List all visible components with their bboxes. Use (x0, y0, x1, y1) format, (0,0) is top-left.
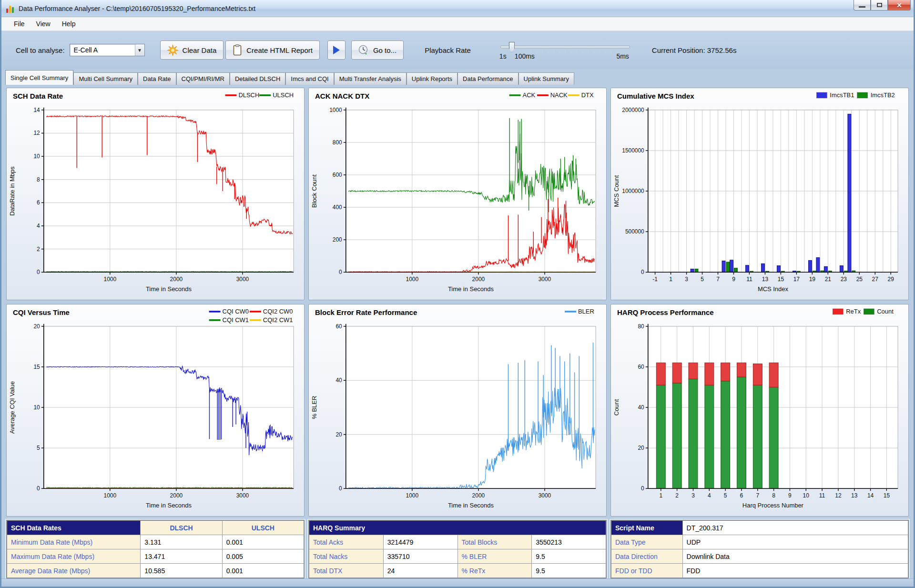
play-button[interactable] (327, 41, 346, 60)
tab-data-performance[interactable]: Data Performance (458, 72, 518, 85)
playback-rate-slider[interactable]: 1s 100ms 5ms (500, 39, 630, 61)
svg-text:NACK: NACK (550, 91, 568, 99)
sch-data-rates-table: SCH Data Rates DLSCH ULSCH Minimum Data … (6, 520, 305, 578)
svg-text:500000: 500000 (625, 228, 644, 235)
tab-multi-transfer-analysis[interactable]: Multi Transfer Analysis (334, 72, 407, 85)
block-error-rate-chart: 0204060100020003000Time in Seconds% BLER… (309, 304, 606, 516)
svg-text:ImcsTB1: ImcsTB1 (830, 91, 854, 99)
svg-text:40: 40 (336, 377, 342, 384)
svg-text:Time in Seconds: Time in Seconds (448, 502, 494, 509)
svg-text:2000: 2000 (472, 276, 485, 283)
svg-text:1000: 1000 (406, 492, 419, 499)
svg-text:14: 14 (867, 492, 874, 499)
cqi-versus-time-chart: 05101520100020003000Time in SecondsAvera… (7, 304, 304, 516)
maximize-button[interactable] (871, 0, 888, 10)
svg-text:23: 23 (841, 276, 847, 283)
svg-text:BLER: BLER (578, 308, 594, 315)
slider-label-current: 100ms (515, 52, 535, 60)
clock-icon (358, 45, 369, 55)
svg-text:600: 600 (333, 172, 342, 178)
svg-text:10: 10 (33, 153, 40, 160)
tab-single-cell-summary[interactable]: Single Cell Summary (5, 70, 73, 85)
svg-text:19: 19 (809, 276, 816, 283)
starburst-icon (167, 45, 178, 56)
svg-text:13: 13 (762, 276, 769, 283)
cumulative-mcs-chart: 0500000100000015000002000000-11357911131… (611, 88, 908, 300)
chart-title: HARQ Process Performance (617, 308, 714, 316)
svg-text:20: 20 (638, 445, 644, 451)
svg-text:9: 9 (732, 276, 735, 283)
svg-text:Average CQI Value: Average CQI Value (9, 381, 16, 434)
menu-help[interactable]: Help (56, 18, 81, 30)
tab-uplink-reports[interactable]: Uplink Reports (407, 72, 458, 85)
svg-text:3000: 3000 (539, 276, 551, 283)
create-html-report-button[interactable]: Create HTML Report (225, 41, 320, 60)
tab-imcs-and-cqi[interactable]: Imcs and CQI (285, 72, 334, 85)
svg-text:-1: -1 (652, 276, 658, 283)
svg-text:0: 0 (641, 269, 644, 275)
svg-text:80: 80 (638, 323, 644, 330)
svg-text:5: 5 (701, 276, 704, 283)
svg-text:0: 0 (37, 269, 40, 275)
menu-bar: File View Help (1, 17, 914, 31)
svg-text:29: 29 (888, 276, 895, 283)
svg-text:MCS Index: MCS Index (758, 285, 789, 293)
chart-panel-cumulative-mcs: Cumulative MCS Index 0500000100000015000… (610, 88, 909, 300)
svg-text:15: 15 (884, 492, 890, 499)
svg-text:ACK: ACK (523, 91, 536, 99)
svg-text:2000: 2000 (170, 276, 183, 283)
svg-text:13: 13 (851, 492, 858, 499)
slider-track[interactable] (500, 46, 630, 48)
svg-text:6: 6 (37, 199, 40, 206)
svg-text:1000: 1000 (104, 492, 117, 499)
svg-text:CQI2 CW1: CQI2 CW1 (263, 316, 293, 324)
svg-text:1000: 1000 (104, 276, 117, 283)
slider-thumb[interactable] (509, 42, 515, 52)
svg-text:DTX: DTX (581, 91, 594, 99)
chart-panel-ack-nack-dtx: ACK NACK DTX 020040060080010001000200030… (308, 88, 607, 300)
menu-view[interactable]: View (30, 18, 56, 30)
minimize-button[interactable] (854, 0, 871, 10)
tab-uplink-summary[interactable]: Uplink Summary (518, 72, 574, 85)
svg-text:25: 25 (856, 276, 863, 283)
current-position: Current Position: 3752.56s (652, 46, 737, 54)
window-controls: ✕ (854, 0, 911, 10)
svg-text:0: 0 (339, 485, 342, 492)
window-title: Data Performance Analyser - C:\temp\2016… (19, 5, 255, 12)
chart-title: Block Error Rate Performance (315, 308, 417, 316)
svg-text:4: 4 (37, 223, 40, 229)
goto-button[interactable]: Go to... (351, 41, 404, 60)
svg-text:0: 0 (641, 485, 644, 492)
chevron-down-icon: ▼ (135, 44, 144, 56)
table-row: Total Nacks 335710 % BLER 9.5 (309, 549, 606, 564)
tab-data-rate[interactable]: Data Rate (138, 72, 176, 85)
charts-grid: SCH Data Rate 02468101214100020003000Tim… (1, 85, 914, 517)
svg-text:Time in Seconds: Time in Seconds (146, 285, 192, 293)
svg-text:27: 27 (872, 276, 879, 283)
ulsch-column-header: ULSCH (222, 521, 304, 535)
cell-select[interactable]: E-Cell A ▼ (70, 44, 145, 56)
table-row: Script Name DT_200.317 (611, 521, 908, 535)
tab-multi-cell-summary[interactable]: Multi Cell Summary (73, 72, 138, 85)
svg-text:60: 60 (336, 323, 342, 330)
svg-text:% BLER: % BLER (311, 396, 318, 419)
svg-text:4: 4 (708, 492, 711, 499)
svg-text:20: 20 (336, 431, 342, 438)
tab-cqi-pmi-ri-mr[interactable]: CQI/PMI/RI/MR (176, 72, 230, 85)
chart-title: CQI Versus Time (13, 308, 70, 316)
menu-file[interactable]: File (8, 18, 30, 30)
svg-text:ReTx: ReTx (846, 308, 861, 315)
svg-text:Block Count: Block Count (311, 174, 318, 208)
svg-text:6: 6 (740, 492, 743, 499)
svg-text:15: 15 (33, 364, 40, 370)
close-button[interactable]: ✕ (888, 0, 911, 10)
svg-text:Count: Count (613, 399, 620, 416)
svg-text:3000: 3000 (236, 492, 249, 499)
svg-text:Count: Count (877, 308, 894, 315)
svg-text:5: 5 (37, 445, 40, 451)
svg-text:2000000: 2000000 (622, 107, 644, 113)
svg-text:14: 14 (33, 107, 40, 113)
svg-text:11: 11 (746, 276, 752, 283)
tab-detailed-dlsch[interactable]: Detailed DLSCH (230, 72, 285, 85)
clear-data-button[interactable]: Clear Data (160, 41, 224, 60)
